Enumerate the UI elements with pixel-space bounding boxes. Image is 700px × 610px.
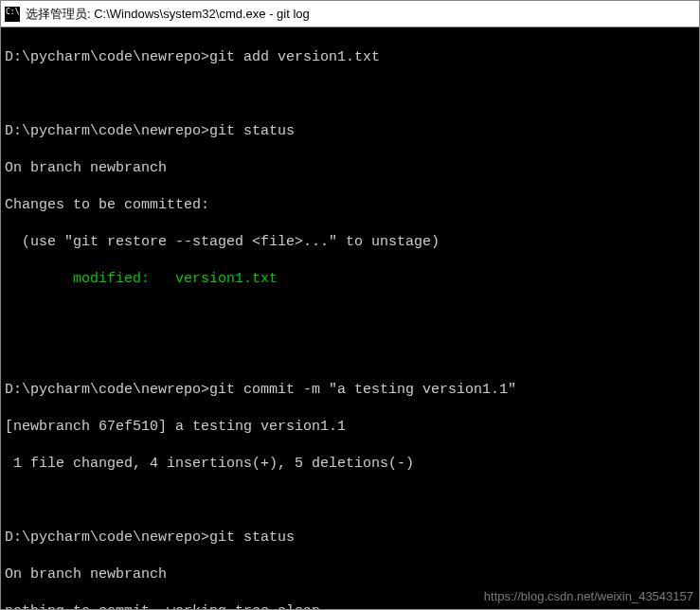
command-text: git add version1.txt <box>209 49 380 65</box>
command-text: git status <box>209 529 295 546</box>
output-line: Changes to be committed: <box>5 196 695 215</box>
command-text: git status <box>209 123 295 139</box>
output-line: On branch newbranch <box>5 159 695 178</box>
output-line: [newbranch 67ef510] a testing version1.1 <box>5 418 695 437</box>
output-modified: modified: version1.txt <box>5 270 695 289</box>
cmd-icon <box>5 7 20 22</box>
prompt: D:\pycharm\code\newrepo> <box>5 529 209 546</box>
cmd-line: D:\pycharm\code\newrepo>git status <box>5 529 695 547</box>
prompt: D:\pycharm\code\newrepo> <box>5 123 209 139</box>
output-line: On branch newbranch <box>5 565 695 584</box>
cmd-line: D:\pycharm\code\newrepo>git status <box>5 122 695 141</box>
blank-line <box>5 344 695 363</box>
output-line: (use "git restore --staged <file>..." to… <box>5 233 695 252</box>
terminal-output[interactable]: D:\pycharm\code\newrepo>git add version1… <box>1 27 699 609</box>
cmd-line: D:\pycharm\code\newrepo>git add version1… <box>5 48 695 67</box>
prompt: D:\pycharm\code\newrepo> <box>5 382 209 398</box>
watermark-text: https://blog.csdn.net/weixin_43543157 <box>484 589 693 605</box>
window-titlebar[interactable]: 选择管理员: C:\Windows\system32\cmd.exe - git… <box>1 1 699 27</box>
blank-line <box>5 85 695 104</box>
blank-line <box>5 307 695 326</box>
command-text: git commit -m "a testing version1.1" <box>209 382 516 398</box>
prompt: D:\pycharm\code\newrepo> <box>5 49 209 65</box>
output-line: 1 file changed, 4 insertions(+), 5 delet… <box>5 455 695 474</box>
blank-line <box>5 492 695 511</box>
window-title: 选择管理员: C:\Windows\system32\cmd.exe - git… <box>26 6 310 23</box>
cmd-line: D:\pycharm\code\newrepo>git commit -m "a… <box>5 381 695 400</box>
